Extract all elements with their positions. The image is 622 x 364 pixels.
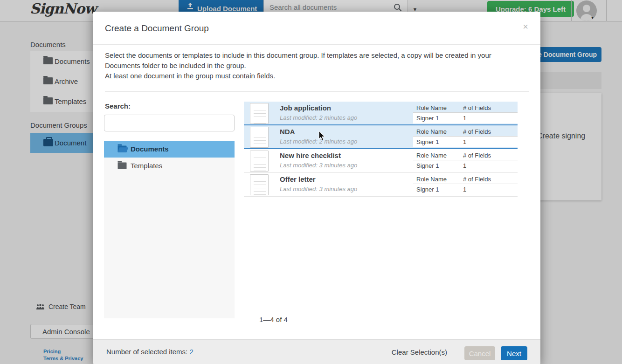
document-title: New hire checklist xyxy=(280,151,341,159)
role-fields-values: Signer 1 1 xyxy=(413,136,518,147)
modal-header-divider xyxy=(93,44,540,45)
folder-icon xyxy=(118,162,127,169)
document-row-nda[interactable]: NDA Last modified: 2 minutes ago Role Na… xyxy=(244,125,518,149)
modal-folder-documents[interactable]: Documents xyxy=(104,141,235,158)
document-modified: Last modified: 3 minutes ago xyxy=(280,162,357,169)
modal-footer: Number of selected items: 2 Clear Select… xyxy=(93,339,540,364)
document-row-job-application[interactable]: Job application Last modified: 2 minutes… xyxy=(244,102,518,125)
modal-folder-templates[interactable]: Templates xyxy=(104,158,235,174)
role-fields-table: Role Name # of Fields Signer 1 1 xyxy=(413,125,518,148)
modal-description-p2: At least one document in the group must … xyxy=(105,71,527,81)
fields-value: 1 xyxy=(463,138,466,145)
modal-description-p1: Select the documents or templates to inc… xyxy=(105,50,527,71)
role-value: Signer 1 xyxy=(416,115,439,122)
document-modified: Last modified: 2 minutes ago xyxy=(280,114,357,121)
role-name-header: Role Name xyxy=(416,176,447,183)
fields-value: 1 xyxy=(463,186,466,193)
app-window: SignNow Upload Document ▼ Upgrade: 6 Day… xyxy=(0,0,622,364)
document-title: Offer letter xyxy=(280,175,316,183)
role-fields-values: Signer 1 1 xyxy=(413,160,518,172)
clear-selection-button[interactable]: Clear Selection(s) xyxy=(392,348,447,356)
selected-items-count: 2 xyxy=(189,348,193,356)
role-value: Signer 1 xyxy=(416,186,439,193)
document-thumbnail xyxy=(250,103,269,124)
open-folder-icon xyxy=(118,145,127,152)
role-name-header: Role Name xyxy=(416,104,447,111)
role-fields-values: Signer 1 1 xyxy=(413,184,518,195)
fields-header: # of Fields xyxy=(463,152,491,159)
next-button[interactable]: Next xyxy=(501,346,527,360)
modal-search-input[interactable] xyxy=(104,115,235,131)
fields-value: 1 xyxy=(463,115,466,122)
role-fields-values: Signer 1 1 xyxy=(413,112,518,124)
folder-label: Documents xyxy=(131,145,169,153)
modal-body-divider xyxy=(105,91,529,92)
folder-label: Templates xyxy=(131,162,162,170)
selected-items-label: Number of selected items: xyxy=(106,348,189,356)
mouse-cursor xyxy=(318,131,327,141)
fields-value: 1 xyxy=(463,162,466,169)
role-fields-table: Role Name # of Fields Signer 1 1 xyxy=(413,149,518,172)
document-row-new-hire-checklist[interactable]: New hire checklist Last modified: 3 minu… xyxy=(244,149,518,173)
pagination-status: 1—4 of 4 xyxy=(259,316,288,323)
modal-search-label: Search: xyxy=(105,102,131,110)
document-thumbnail xyxy=(250,151,269,172)
fields-header: # of Fields xyxy=(463,176,491,183)
modal-folder-list: Documents Templates xyxy=(104,141,235,318)
document-thumbnail xyxy=(250,174,269,195)
cancel-button[interactable]: Cancel xyxy=(464,346,495,360)
document-title: NDA xyxy=(280,128,295,136)
close-icon[interactable]: × xyxy=(523,22,528,31)
role-value: Signer 1 xyxy=(416,162,439,169)
role-value: Signer 1 xyxy=(416,138,439,145)
role-name-header: Role Name xyxy=(416,152,447,159)
role-fields-table: Role Name # of Fields Signer 1 1 xyxy=(413,102,518,124)
selected-items-counter: Number of selected items: 2 xyxy=(106,348,194,356)
modal-description: Select the documents or templates to inc… xyxy=(105,50,527,81)
role-fields-table: Role Name # of Fields Signer 1 1 xyxy=(413,173,518,196)
document-row-offer-letter[interactable]: Offer letter Last modified: 3 minutes ag… xyxy=(244,173,518,197)
document-thumbnail xyxy=(250,127,269,148)
document-list: Job application Last modified: 2 minutes… xyxy=(244,102,518,197)
modal-title: Create a Document Group xyxy=(105,23,209,34)
create-document-group-modal: Create a Document Group × Select the doc… xyxy=(93,12,540,364)
fields-header: # of Fields xyxy=(463,104,491,111)
fields-header: # of Fields xyxy=(463,128,491,135)
role-name-header: Role Name xyxy=(416,128,447,135)
document-modified: Last modified: 3 minutes ago xyxy=(280,185,357,192)
document-title: Job application xyxy=(280,104,331,112)
